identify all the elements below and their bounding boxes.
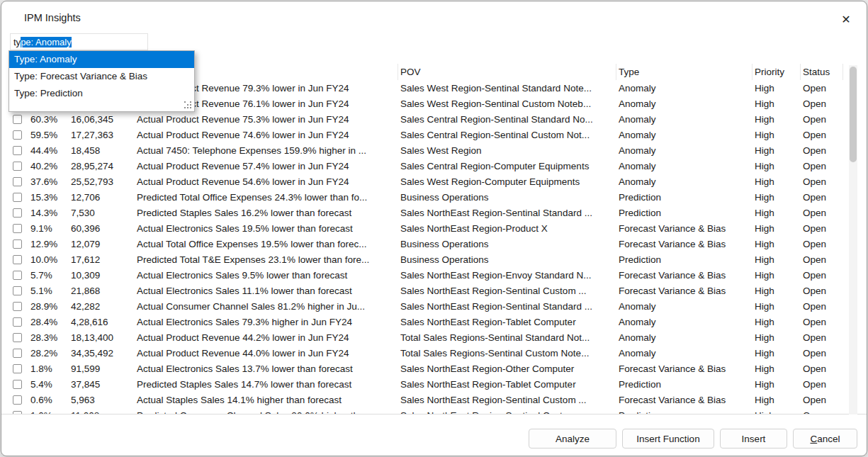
priority-value: High [753, 130, 801, 140]
scrollbar-thumb[interactable] [850, 67, 857, 162]
insert-function-button[interactable]: Insert Function [622, 429, 714, 448]
row-checkbox[interactable] [13, 364, 22, 373]
pov-value: Sales West Region [398, 145, 616, 156]
impact-value: 18,13,400 [69, 332, 135, 343]
table-row[interactable]: 40.2% 28,95,274 Actual Product Revenue 5… [1, 158, 867, 174]
impact-value: 21,868 [69, 286, 135, 296]
header-pov[interactable]: POV [398, 64, 616, 80]
row-checkbox[interactable] [13, 317, 22, 327]
row-checkbox[interactable] [13, 271, 22, 280]
impact-value: 91,599 [69, 363, 135, 374]
row-checkbox-cell [1, 177, 28, 186]
table-row[interactable]: 60.3% 16,06,345 Actual Product Revenue 7… [1, 111, 867, 127]
close-icon[interactable]: ✕ [838, 11, 855, 28]
priority-value: High [753, 114, 801, 125]
row-checkbox[interactable] [13, 411, 22, 415]
table-row[interactable]: 28.2% 34,35,492 Actual Product Revenue 4… [1, 345, 867, 361]
pov-value: Total Sales Regions-Sentinal Custom Note… [398, 348, 616, 359]
insert-button[interactable]: Insert [720, 429, 787, 448]
insight-description: Predicted Staples Sales 14.7% lower than… [135, 379, 398, 390]
priority-value: High [753, 317, 801, 327]
dropdown-option[interactable]: Type: Prediction [9, 85, 194, 102]
priority-value: High [753, 286, 801, 296]
table-row[interactable]: 1.8% 91,599 Actual Electronics Sales 13.… [1, 361, 867, 376]
pov-value: Total Sales Regions-Sentinal Standard No… [398, 332, 616, 343]
row-checkbox[interactable] [13, 349, 22, 358]
table-row[interactable]: 5.1% 21,868 Actual Electronics Sales 11.… [1, 283, 867, 298]
table-row[interactable]: 0.6% 5,963 Actual Staples Sales 14.1% hi… [1, 392, 867, 407]
impact-percent: 1.0% [28, 410, 69, 415]
row-checkbox[interactable] [13, 286, 22, 295]
priority-value: High [753, 301, 801, 312]
pov-value: Sales West Region-Computer Equipments [398, 176, 616, 187]
row-checkbox-cell [1, 146, 28, 155]
table-row[interactable]: 12.9% 12,079 Actual Total Office Expense… [1, 236, 867, 252]
impact-percent: 59.5% [28, 130, 69, 140]
priority-value: High [753, 332, 801, 343]
row-checkbox[interactable] [13, 333, 22, 342]
pov-value: Sales West Region-Sentinal Custom Noteb.… [398, 98, 616, 109]
pov-value: Sales NorthEast Region-Sentinal Standard… [398, 301, 616, 312]
insight-type: Anomaly [616, 176, 753, 187]
resize-grip-icon[interactable] [184, 101, 192, 109]
row-checkbox-cell [1, 364, 28, 373]
cancel-button[interactable]: Cancel [793, 429, 857, 448]
priority-value: High [753, 254, 801, 265]
row-checkbox[interactable] [13, 255, 22, 264]
table-row[interactable]: 44.4% 18,458 Actual 7450: Telephone Expe… [1, 142, 867, 158]
row-checkbox[interactable] [13, 380, 22, 389]
priority-value: High [753, 270, 801, 281]
table-row[interactable]: 28.4% 4,28,616 Actual Electronics Sales … [1, 314, 867, 329]
insight-description: Actual Product Revenue 57.4% lower in Ju… [135, 161, 398, 171]
analyze-button[interactable]: Analyze [529, 429, 616, 448]
impact-percent: 60.3% [28, 114, 69, 125]
filter-text-plain: ty [13, 37, 21, 47]
table-row[interactable]: 28.3% 18,13,400 Actual Product Revenue 4… [1, 329, 867, 345]
table-row[interactable]: 28.9% 42,282 Actual Consumer Channel Sal… [1, 298, 867, 314]
row-checkbox[interactable] [13, 302, 22, 311]
insight-type: Forecast Variance & Bias [616, 395, 753, 405]
insight-description: Actual Electronics Sales 13.7% lower tha… [135, 363, 398, 374]
row-checkbox[interactable] [13, 224, 22, 233]
row-checkbox[interactable] [13, 115, 22, 124]
row-checkbox[interactable] [13, 395, 22, 405]
impact-percent: 5.1% [28, 286, 69, 296]
pov-value: Sales NorthEast Region-Product X [398, 223, 616, 234]
priority-value: High [753, 145, 801, 156]
dropdown-option[interactable]: Type: Anomaly [9, 51, 194, 68]
impact-value: 37,845 [69, 379, 135, 390]
header-priority[interactable]: Priority [753, 64, 801, 80]
table-row[interactable]: 37.6% 25,52,793 Actual Product Revenue 5… [1, 174, 867, 189]
insight-type: Anomaly [616, 145, 753, 156]
row-checkbox[interactable] [13, 177, 22, 186]
table-row[interactable]: 9.1% 60,396 Actual Electronics Sales 19.… [1, 220, 867, 236]
impact-value: 12,706 [69, 192, 135, 203]
impact-percent: 28.2% [28, 348, 69, 359]
row-checkbox[interactable] [13, 146, 22, 155]
insight-description: Predicted Total Office Expenses 24.3% lo… [135, 192, 398, 203]
impact-value: 16,06,345 [69, 114, 135, 125]
row-checkbox[interactable] [13, 193, 22, 202]
header-status[interactable]: Status [801, 64, 843, 80]
insight-type: Anomaly [616, 301, 753, 312]
row-checkbox[interactable] [13, 239, 22, 249]
impact-percent: 15.3% [28, 192, 69, 203]
row-checkbox[interactable] [13, 208, 22, 218]
row-checkbox[interactable] [13, 130, 22, 140]
table-row[interactable]: 10.0% 17,612 Predicted Total T&E Expense… [1, 252, 867, 267]
insight-description: Actual Electronics Sales 9.5% lower than… [135, 270, 398, 281]
table-row[interactable]: 5.4% 37,845 Predicted Staples Sales 14.7… [1, 376, 867, 392]
table-row[interactable]: 5.7% 10,309 Actual Electronics Sales 9.5… [1, 267, 867, 283]
row-checkbox[interactable] [13, 162, 22, 171]
vertical-scrollbar[interactable] [849, 65, 857, 414]
filter-input[interactable]: type: Anomaly [10, 33, 148, 50]
priority-value: High [753, 379, 801, 390]
impact-percent: 28.3% [28, 332, 69, 343]
table-row[interactable]: 1.0% 11,008 Predicted Consumer Channel S… [1, 407, 867, 414]
table-row[interactable]: 59.5% 17,27,363 Actual Product Revenue 7… [1, 127, 867, 142]
table-row[interactable]: 14.3% 7,530 Predicted Staples Sales 16.2… [1, 205, 867, 220]
table-row[interactable]: 15.3% 12,706 Predicted Total Office Expe… [1, 189, 867, 205]
header-type[interactable]: Type [616, 64, 753, 80]
row-checkbox-cell [1, 208, 28, 218]
dropdown-option[interactable]: Type: Forecast Variance & Bias [9, 68, 194, 85]
